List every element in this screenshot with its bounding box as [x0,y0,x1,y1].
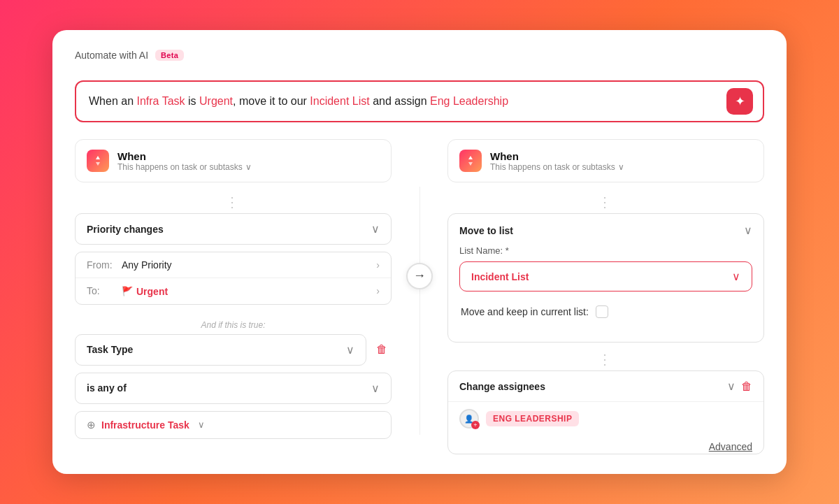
priority-changes-dropdown[interactable]: Priority changes ∨ [75,213,392,245]
priority-chevron-icon: ∨ [371,222,380,236]
move-to-list-block: Move to list ∨ List Name: * Incident Lis… [447,213,764,343]
left-when-block: When This happens on task or subtasks ∨ [75,139,392,182]
top-bar: Automate with AI Beta [75,50,764,69]
infra-task-chevron-icon: ∨ [198,419,205,430]
assignee-row: 👤 + ENG LEADERSHIP [448,402,763,435]
from-row: From: Any Priority › [76,252,391,278]
globe-icon: ⊕ [87,419,96,431]
right-dot-connector-2: ⋮ [447,351,764,368]
prompt-text4: and assign [370,95,430,107]
keep-current-label: Move and keep in current list: [461,306,589,317]
left-column: When This happens on task or subtasks ∨ … [75,139,420,454]
task-type-dropdown[interactable]: Task Type ∨ [75,334,366,366]
priority-changes-label: Priority changes [87,224,164,235]
prompt-text2: is [185,95,199,107]
from-arrow-icon[interactable]: › [376,259,380,271]
prompt-incident-list: Incident List [310,95,369,107]
incident-list-chevron-icon: ∨ [732,270,740,283]
left-when-title: When [117,150,252,162]
change-assignees-delete-button[interactable]: 🗑 [741,380,752,393]
keep-current-checkbox[interactable] [596,305,608,318]
move-to-list-header: Move to list ∨ [459,224,752,237]
change-assignees-chevron-icon: ∨ [727,380,736,393]
from-value: Any Priority [122,259,369,271]
is-any-of-label: is any of [87,382,127,394]
assignee-avatar: 👤 + [459,409,479,429]
left-dot-connector: ⋮ [75,194,392,210]
prompt-urgent: Urgent [199,95,233,107]
eng-leadership-badge: ENG LEADERSHIP [486,411,579,426]
move-to-list-chevron-icon: ∨ [744,224,752,237]
prompt-text1: When an [89,95,136,107]
when-sub-chevron: ∨ [245,162,252,172]
urgent-badge: 🚩 Urgent [122,286,168,297]
automate-label: Automate with AI [75,50,148,61]
vertical-divider [420,187,420,435]
left-when-icon [87,150,109,172]
change-assignees-block: Change assignees ∨ 🗑 👤 + ENG LEADERSHIP … [447,370,764,454]
and-if-label: And if this is true: [75,313,392,334]
left-when-sub[interactable]: This happens on task or subtasks ∨ [117,162,252,172]
columns-container: When This happens on task or subtasks ∨ … [75,139,764,454]
from-label: From: [87,259,115,271]
to-arrow-icon[interactable]: › [376,285,380,296]
from-to-section: From: Any Priority › To: 🚩 Urgent › [75,252,392,305]
right-when-info: When This happens on task or subtasks ∨ [490,150,624,172]
right-when-sub-chevron: ∨ [618,162,624,172]
arrow-icon: → [413,268,426,283]
star-icon: ✦ [735,94,745,109]
arrow-connector: → [406,263,433,289]
to-label: To: [87,285,115,296]
task-type-label: Task Type [87,344,133,355]
prompt-eng-leadership: Eng Leadership [430,95,508,107]
move-to-list-label: Move to list [459,225,513,236]
incident-list-select[interactable]: Incident List ∨ [459,261,752,291]
right-when-icon [459,150,482,172]
beta-badge: Beta [155,50,184,61]
prompt-infra-task: Infra Task [136,95,185,107]
right-when-block: When This happens on task or subtasks ∨ [447,139,764,182]
task-type-delete-button[interactable]: 🗑 [372,339,392,360]
flag-icon: 🚩 [122,286,133,296]
list-name-label: List Name: * [459,245,752,256]
task-type-chevron-icon: ∨ [346,343,354,357]
infra-task-row[interactable]: ⊕ Infrastructure Task ∨ [75,411,392,439]
keep-current-row: Move and keep in current list: [459,300,752,324]
to-value: 🚩 Urgent [122,285,369,297]
change-assignees-actions: ∨ 🗑 [727,380,752,393]
assignee-plus-icon: + [471,421,480,429]
task-type-delete-icon: 🗑 [376,343,387,355]
right-column: When This happens on task or subtasks ∨ … [420,139,764,454]
right-when-title: When [490,150,624,162]
prompt-text3: , move it to our [233,95,310,107]
is-any-of-dropdown[interactable]: is any of ∨ [75,373,392,404]
advanced-link[interactable]: Advanced [448,435,763,454]
right-dot-connector: ⋮ [447,194,764,210]
main-card: Automate with AI Beta When an Infra Task… [52,30,787,474]
left-when-info: When This happens on task or subtasks ∨ [117,150,252,172]
infra-task-label: Infrastructure Task [101,419,189,431]
incident-list-value: Incident List [471,271,529,282]
change-assignees-header: Change assignees ∨ 🗑 [448,371,763,402]
change-assignees-label: Change assignees [459,381,545,392]
is-any-of-chevron-icon: ∨ [371,382,380,395]
advanced-row: Advanced [448,435,763,454]
ai-star-button[interactable]: ✦ [726,88,753,115]
ai-prompt-box: When an Infra Task is Urgent, move it to… [75,80,764,122]
right-when-sub[interactable]: This happens on task or subtasks ∨ [490,162,624,172]
task-type-row: Task Type ∨ 🗑 [75,334,392,366]
to-row: To: 🚩 Urgent › [76,278,391,304]
